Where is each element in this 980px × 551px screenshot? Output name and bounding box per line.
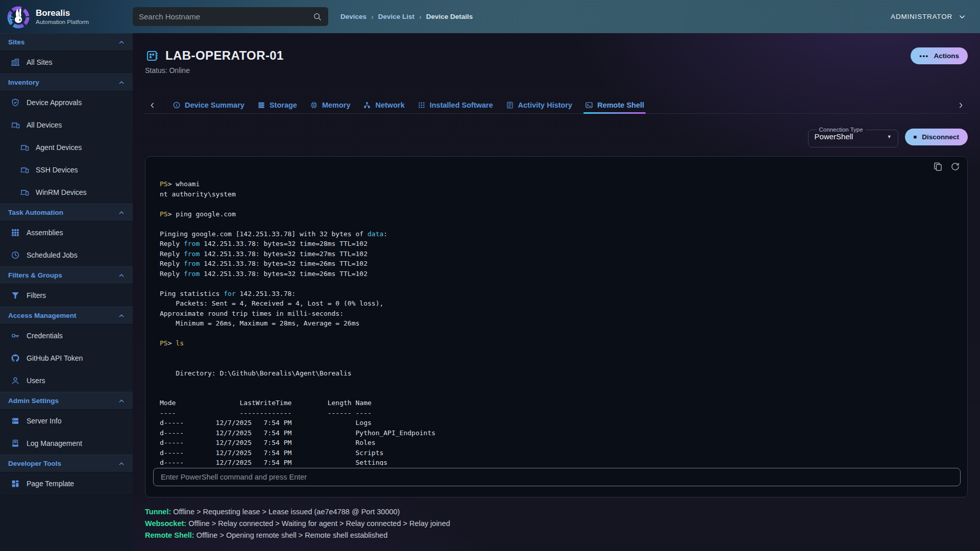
person-icon — [11, 376, 20, 385]
terminal-line: nt authority\system — [160, 190, 958, 201]
sidebar-item-page-template[interactable]: Page Template — [0, 472, 133, 495]
terminal-line — [160, 379, 958, 389]
device-status-text: Status: Online — [145, 66, 968, 74]
storage-icon — [257, 101, 265, 109]
terminal-line: Reply from 142.251.33.78: bytes=32 time=… — [160, 240, 958, 250]
tab-activity-history[interactable]: Activity History — [506, 97, 572, 113]
shield-icon — [11, 98, 20, 107]
breadcrumb-device-list[interactable]: Device List — [378, 13, 414, 20]
brand-subtitle: Automation Platform — [36, 19, 89, 25]
devices-icon — [11, 120, 20, 130]
tab-memory[interactable]: Memory — [310, 97, 351, 113]
borealis-logo-icon — [6, 5, 31, 29]
user-role-label: ADMINISTRATOR — [891, 13, 952, 20]
terminal-line — [160, 389, 958, 399]
sidebar-section-admin-settings[interactable]: Admin Settings — [0, 392, 133, 410]
terminal-output[interactable]: PS> whoamint authority\systemPS> ping go… — [160, 180, 958, 465]
terminal-line — [160, 280, 958, 290]
sidebar-item-filters[interactable]: Filters — [0, 284, 133, 307]
tabs-scroll-left-button[interactable] — [145, 99, 159, 111]
terminal-line: Ping statistics for 142.251.33.78: — [160, 290, 958, 300]
chevron-up-icon — [117, 397, 126, 405]
sidebar-item-users[interactable]: Users — [0, 369, 133, 392]
sidebar-item-log-management[interactable]: Log Management — [0, 432, 133, 455]
tab-installed-software[interactable]: Installed Software — [418, 97, 493, 113]
chevron-down-icon — [958, 12, 967, 21]
sidebar-empty-area — [0, 495, 133, 551]
actions-button[interactable]: ••• Actions — [911, 47, 968, 64]
sidebar-item-github-api-token[interactable]: GitHub API Token — [0, 347, 133, 369]
terminal-panel: PS> whoamint authority\systemPS> ping go… — [145, 156, 968, 497]
terminal-line: Mode LastWriteTime Length Name — [160, 399, 958, 409]
sidebar-section-sites[interactable]: Sites — [0, 33, 133, 51]
breadcrumb-devices[interactable]: Devices — [340, 13, 366, 20]
funnel-icon — [11, 291, 20, 300]
refresh-icon — [950, 161, 961, 172]
sidebar-item-winrm-devices[interactable]: WinRM Devices — [0, 181, 133, 204]
breadcrumb: Devices›Device List›Device Details — [340, 13, 473, 21]
refresh-button[interactable] — [950, 161, 961, 172]
terminal-icon — [585, 101, 593, 109]
sidebar-item-scheduled-jobs[interactable]: Scheduled Jobs — [0, 244, 133, 266]
terminal-line: Minimum = 26ms, Maximum = 28ms, Average … — [160, 319, 958, 330]
breadcrumb-separator: › — [371, 13, 374, 21]
apps-icon — [418, 101, 426, 109]
sidebar-item-all-sites[interactable]: All Sites — [0, 51, 133, 73]
log-icon — [11, 439, 20, 448]
search-input[interactable] — [139, 12, 312, 21]
status-remote-shell: Remote Shell: Offline > Opening remote s… — [145, 530, 968, 541]
terminal-line: Reply from 142.251.33.78: bytes=32 time=… — [160, 260, 958, 270]
sidebar-section-filters-groups[interactable]: Filters & Groups — [0, 266, 133, 284]
tabbar: Device SummaryStorageMemoryNetworkInstal… — [145, 97, 968, 114]
sidebar-item-agent-devices[interactable]: Agent Devices — [0, 136, 133, 159]
tab-remote-shell[interactable]: Remote Shell — [585, 97, 644, 113]
tabs-scroll-right-button[interactable] — [953, 99, 968, 111]
copy-icon — [933, 161, 943, 172]
disconnect-button[interactable]: ■ Disconnect — [905, 129, 968, 145]
terminal-line: Pinging google.com [142.251.33.78] with … — [160, 230, 958, 240]
sidebar-item-credentials[interactable]: Credentials — [0, 324, 133, 347]
search-box[interactable] — [133, 7, 328, 26]
sidebar-item-server-info[interactable]: Server Info — [0, 410, 133, 432]
tab-storage[interactable]: Storage — [257, 97, 297, 113]
terminal-line: Packets: Sent = 4, Received = 4, Lost = … — [160, 299, 958, 310]
chevron-up-icon — [117, 460, 126, 468]
terminal-input-wrapper — [153, 468, 961, 486]
topbar: Borealis Automation Platform Devices›Dev… — [0, 0, 980, 33]
terminal-line: d----- 12/7/2025 7:54 PM Logs — [160, 419, 958, 429]
copy-button[interactable] — [933, 161, 943, 172]
sidebar-section-inventory[interactable]: Inventory — [0, 73, 133, 91]
chevron-up-icon — [117, 209, 126, 217]
terminal-line — [160, 200, 958, 210]
tab-network[interactable]: Network — [363, 97, 404, 113]
sidebar-item-all-devices[interactable]: All Devices — [0, 114, 133, 136]
page-title: LAB-OPERATOR-01 — [165, 48, 284, 63]
terminal-command-input[interactable] — [161, 473, 953, 481]
search-icon — [312, 12, 322, 21]
status-tunnel: Tunnel: Offline > Requesting lease > Lea… — [145, 506, 968, 518]
actions-button-label: Actions — [934, 52, 959, 60]
devices-icon — [20, 165, 29, 174]
user-menu[interactable]: ADMINISTRATOR — [891, 12, 967, 21]
sidebar-nav: SitesAll SitesInventoryDevice ApprovalsA… — [0, 33, 133, 495]
sidebar-section-task-automation[interactable]: Task Automation — [0, 204, 133, 221]
sidebar-section-developer-tools[interactable]: Developer Tools — [0, 455, 133, 472]
brand-area[interactable]: Borealis Automation Platform — [0, 5, 133, 29]
chevron-right-icon — [957, 101, 965, 110]
tab-device-summary[interactable]: Device Summary — [173, 97, 244, 113]
sidebar-section-access-management[interactable]: Access Management — [0, 307, 133, 324]
sidebar-item-assemblies[interactable]: Assemblies — [0, 221, 133, 244]
info-icon — [173, 101, 181, 109]
chevron-up-icon — [117, 271, 126, 280]
server-icon — [11, 416, 20, 425]
sidebar: SitesAll SitesInventoryDevice ApprovalsA… — [0, 33, 133, 551]
connection-type-select[interactable]: Connection Type PowerShell ▼ — [808, 127, 898, 147]
sidebar-item-device-approvals[interactable]: Device Approvals — [0, 91, 133, 114]
terminal-line: PS> ls — [160, 339, 958, 349]
chevron-up-icon — [117, 312, 126, 320]
sidebar-item-ssh-devices[interactable]: SSH Devices — [0, 159, 133, 181]
terminal-line: d----- 12/7/2025 7:54 PM Settings — [160, 459, 958, 465]
device-header: LAB-OPERATOR-01 ••• Actions — [145, 47, 968, 64]
grid-icon — [11, 228, 20, 237]
breadcrumb-device-details[interactable]: Device Details — [426, 13, 473, 20]
